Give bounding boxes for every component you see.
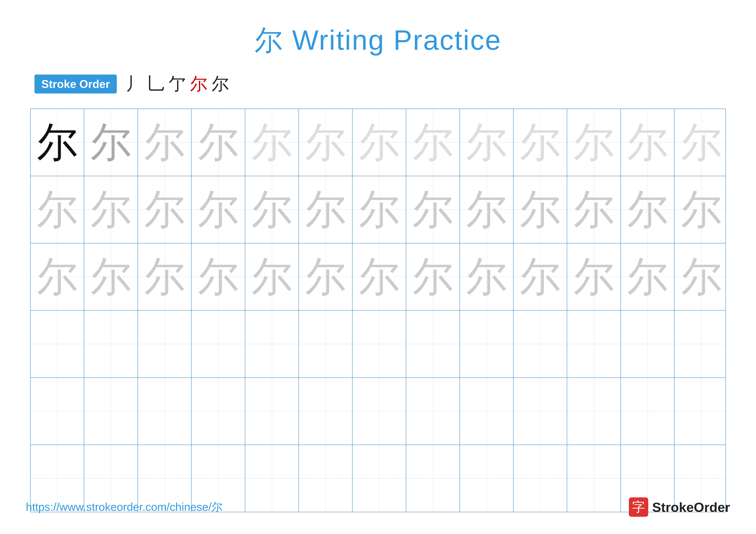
grid-cell-1-10[interactable]: 尔 xyxy=(567,176,621,243)
grid-cell-2-10[interactable]: 尔 xyxy=(567,243,621,310)
grid-row-2[interactable]: 尔尔尔尔尔尔尔尔尔尔尔尔尔 xyxy=(31,243,725,311)
cell-char-4-9: 尔 xyxy=(520,391,561,432)
grid-cell-3-2[interactable]: 尔 xyxy=(138,311,192,377)
grid-cell-3-11[interactable]: 尔 xyxy=(621,311,675,377)
grid-cell-0-5[interactable]: 尔 xyxy=(299,109,353,176)
stroke-5: 尔 xyxy=(212,72,229,96)
grid-cell-4-7[interactable]: 尔 xyxy=(406,378,460,445)
cell-char-3-12: 尔 xyxy=(681,323,722,365)
grid-cell-4-11[interactable]: 尔 xyxy=(621,378,675,445)
grid-cell-1-7[interactable]: 尔 xyxy=(406,176,460,243)
grid-cell-3-0[interactable]: 尔 xyxy=(31,311,84,377)
grid-cell-1-3[interactable]: 尔 xyxy=(192,176,245,243)
grid-cell-1-4[interactable]: 尔 xyxy=(245,176,299,243)
cell-char-4-8: 尔 xyxy=(466,391,507,432)
page: 尔 Writing Practice Stroke Order 丿 乚 亇 尔 … xyxy=(0,0,756,534)
grid-cell-1-6[interactable]: 尔 xyxy=(353,176,406,243)
grid-cell-4-10[interactable]: 尔 xyxy=(567,378,621,445)
grid-cell-0-4[interactable]: 尔 xyxy=(245,109,299,176)
grid-cell-1-5[interactable]: 尔 xyxy=(299,176,353,243)
cell-char-2-5: 尔 xyxy=(305,256,346,297)
grid-cell-1-8[interactable]: 尔 xyxy=(460,176,514,243)
grid-cell-3-12[interactable]: 尔 xyxy=(675,311,728,377)
grid-cell-0-7[interactable]: 尔 xyxy=(406,109,460,176)
cell-char-5-12: 尔 xyxy=(681,458,722,499)
grid-cell-2-9[interactable]: 尔 xyxy=(514,243,567,310)
grid-cell-2-2[interactable]: 尔 xyxy=(138,243,192,310)
grid-cell-0-6[interactable]: 尔 xyxy=(353,109,406,176)
grid-cell-0-8[interactable]: 尔 xyxy=(460,109,514,176)
footer-url[interactable]: https://www.strokeorder.com/chinese/尔 xyxy=(26,499,223,515)
cell-char-0-12: 尔 xyxy=(681,122,722,163)
cell-char-1-2: 尔 xyxy=(144,189,185,230)
cell-char-0-10: 尔 xyxy=(574,122,614,163)
grid-cell-4-6[interactable]: 尔 xyxy=(353,378,406,445)
cell-char-1-6: 尔 xyxy=(359,189,400,230)
grid-cell-4-8[interactable]: 尔 xyxy=(460,378,514,445)
grid-cell-3-6[interactable]: 尔 xyxy=(353,311,406,377)
grid-cell-4-5[interactable]: 尔 xyxy=(299,378,353,445)
grid-cell-1-0[interactable]: 尔 xyxy=(31,176,84,243)
grid-cell-2-11[interactable]: 尔 xyxy=(621,243,675,310)
grid-cell-2-3[interactable]: 尔 xyxy=(192,243,245,310)
grid-row-1[interactable]: 尔尔尔尔尔尔尔尔尔尔尔尔尔 xyxy=(31,176,725,243)
grid-cell-3-9[interactable]: 尔 xyxy=(514,311,567,377)
cell-char-2-11: 尔 xyxy=(627,256,668,297)
grid-cell-1-12[interactable]: 尔 xyxy=(675,176,728,243)
grid-cell-3-8[interactable]: 尔 xyxy=(460,311,514,377)
grid-cell-2-0[interactable]: 尔 xyxy=(31,243,84,310)
cell-char-2-7: 尔 xyxy=(413,256,453,297)
grid-cell-0-0[interactable]: 尔 xyxy=(31,109,84,176)
grid-cell-3-1[interactable]: 尔 xyxy=(84,311,138,377)
grid-cell-4-1[interactable]: 尔 xyxy=(84,378,138,445)
page-title: 尔 Writing Practice xyxy=(26,21,730,60)
grid-cell-4-0[interactable]: 尔 xyxy=(31,378,84,445)
grid-cell-4-2[interactable]: 尔 xyxy=(138,378,192,445)
stroke-sequence: 丿 乚 亇 尔 尔 xyxy=(125,72,229,96)
cell-char-1-10: 尔 xyxy=(574,189,614,230)
cell-char-0-5: 尔 xyxy=(305,122,346,163)
grid-row-4[interactable]: 尔尔尔尔尔尔尔尔尔尔尔尔尔 xyxy=(31,378,725,445)
grid-cell-4-12[interactable]: 尔 xyxy=(675,378,728,445)
grid-row-0[interactable]: 尔尔尔尔尔尔尔尔尔尔尔尔尔 xyxy=(31,109,725,176)
grid-cell-2-1[interactable]: 尔 xyxy=(84,243,138,310)
grid-cell-1-1[interactable]: 尔 xyxy=(84,176,138,243)
grid-cell-2-4[interactable]: 尔 xyxy=(245,243,299,310)
grid-cell-3-4[interactable]: 尔 xyxy=(245,311,299,377)
grid-cell-3-10[interactable]: 尔 xyxy=(567,311,621,377)
grid-cell-2-7[interactable]: 尔 xyxy=(406,243,460,310)
cell-char-4-3: 尔 xyxy=(198,391,239,432)
grid-cell-0-1[interactable]: 尔 xyxy=(84,109,138,176)
cell-char-2-0: 尔 xyxy=(37,256,78,297)
practice-grid: 尔尔尔尔尔尔尔尔尔尔尔尔尔尔尔尔尔尔尔尔尔尔尔尔尔尔尔尔尔尔尔尔尔尔尔尔尔尔尔尔… xyxy=(30,109,726,512)
stroke-order-badge: Stroke Order xyxy=(35,75,117,93)
grid-cell-0-9[interactable]: 尔 xyxy=(514,109,567,176)
grid-cell-4-4[interactable]: 尔 xyxy=(245,378,299,445)
stroke-2: 乚 xyxy=(147,72,164,96)
grid-cell-2-5[interactable]: 尔 xyxy=(299,243,353,310)
cell-char-5-10: 尔 xyxy=(574,458,614,499)
grid-cell-2-12[interactable]: 尔 xyxy=(675,243,728,310)
cell-char-4-10: 尔 xyxy=(574,391,614,432)
grid-cell-1-2[interactable]: 尔 xyxy=(138,176,192,243)
grid-cell-0-10[interactable]: 尔 xyxy=(567,109,621,176)
grid-cell-0-12[interactable]: 尔 xyxy=(675,109,728,176)
cell-char-0-6: 尔 xyxy=(359,122,400,163)
grid-cell-1-11[interactable]: 尔 xyxy=(621,176,675,243)
cell-char-3-1: 尔 xyxy=(91,323,131,365)
grid-cell-4-9[interactable]: 尔 xyxy=(514,378,567,445)
grid-cell-3-5[interactable]: 尔 xyxy=(299,311,353,377)
grid-cell-0-2[interactable]: 尔 xyxy=(138,109,192,176)
grid-cell-1-9[interactable]: 尔 xyxy=(514,176,567,243)
grid-cell-0-11[interactable]: 尔 xyxy=(621,109,675,176)
grid-cell-2-6[interactable]: 尔 xyxy=(353,243,406,310)
grid-cell-4-3[interactable]: 尔 xyxy=(192,378,245,445)
cell-char-4-0: 尔 xyxy=(37,391,78,432)
grid-cell-3-7[interactable]: 尔 xyxy=(406,311,460,377)
cell-char-3-4: 尔 xyxy=(252,323,292,365)
cell-char-4-11: 尔 xyxy=(627,391,668,432)
grid-cell-2-8[interactable]: 尔 xyxy=(460,243,514,310)
grid-row-3[interactable]: 尔尔尔尔尔尔尔尔尔尔尔尔尔 xyxy=(31,311,725,378)
grid-cell-3-3[interactable]: 尔 xyxy=(192,311,245,377)
grid-cell-0-3[interactable]: 尔 xyxy=(192,109,245,176)
